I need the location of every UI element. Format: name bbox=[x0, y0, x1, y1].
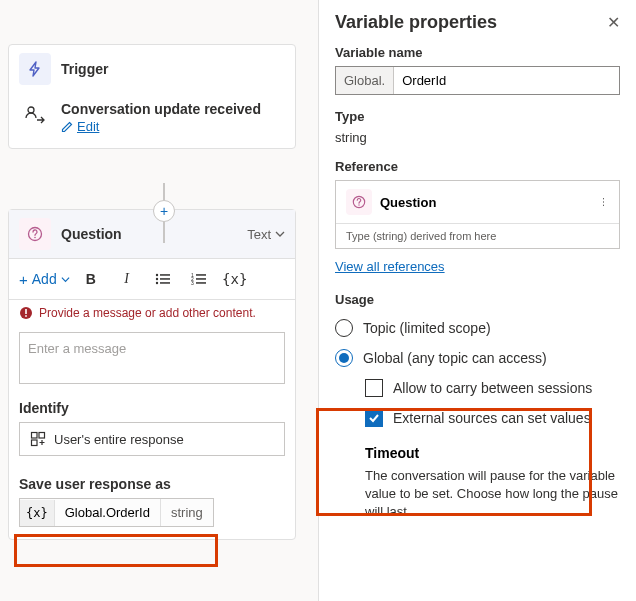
type-label: Type bbox=[335, 109, 620, 124]
variable-insert-button[interactable]: {x} bbox=[220, 265, 250, 293]
svg-rect-10 bbox=[196, 274, 206, 276]
trigger-icon bbox=[19, 53, 51, 85]
type-value: string bbox=[335, 130, 620, 145]
svg-point-22 bbox=[358, 204, 359, 205]
checkbox-checked-icon bbox=[365, 409, 383, 427]
trigger-body: Conversation update received Edit bbox=[9, 93, 295, 148]
variable-name-prefix: Global. bbox=[336, 67, 394, 94]
svg-rect-16 bbox=[25, 309, 27, 314]
reference-title: Question bbox=[380, 195, 436, 210]
close-button[interactable]: ✕ bbox=[607, 13, 620, 32]
svg-text:3: 3 bbox=[191, 280, 194, 286]
reference-label: Reference bbox=[335, 159, 620, 174]
svg-rect-4 bbox=[160, 274, 170, 276]
variable-chip-name: Global.OrderId bbox=[55, 499, 161, 526]
question-header: Question Text bbox=[9, 210, 295, 259]
identify-dropdown[interactable]: User's entire response bbox=[19, 422, 285, 456]
svg-rect-14 bbox=[196, 282, 206, 284]
svg-rect-18 bbox=[32, 433, 38, 439]
error-message: Provide a message or add other content. bbox=[9, 300, 295, 326]
radio-unchecked-icon bbox=[335, 319, 353, 337]
svg-point-7 bbox=[155, 282, 157, 284]
svg-rect-19 bbox=[39, 433, 45, 439]
add-button[interactable]: + Add bbox=[19, 271, 70, 288]
usage-global-radio[interactable]: Global (any topic can access) bbox=[335, 349, 620, 367]
svg-point-3 bbox=[155, 274, 157, 276]
identify-label: Identify bbox=[9, 390, 295, 422]
svg-point-5 bbox=[155, 278, 157, 280]
usage-label: Usage bbox=[335, 292, 620, 307]
trigger-title: Trigger bbox=[61, 61, 108, 77]
variable-chip[interactable]: {x} Global.OrderId string bbox=[19, 498, 214, 527]
question-icon bbox=[346, 189, 372, 215]
trigger-header: Trigger bbox=[9, 45, 295, 93]
svg-rect-6 bbox=[160, 278, 170, 280]
chevron-down-icon bbox=[61, 275, 70, 284]
svg-point-2 bbox=[34, 237, 36, 239]
variable-chip-type: string bbox=[161, 499, 213, 526]
reference-box: Question ⋯ Type (string) derived from he… bbox=[335, 180, 620, 249]
question-title: Question bbox=[61, 226, 122, 242]
reference-menu-button[interactable]: ⋯ bbox=[598, 196, 609, 208]
svg-rect-8 bbox=[160, 282, 170, 284]
pencil-icon bbox=[61, 121, 73, 133]
svg-point-0 bbox=[28, 107, 34, 113]
italic-button[interactable]: I bbox=[112, 265, 142, 293]
usage-topic-radio[interactable]: Topic (limited scope) bbox=[335, 319, 620, 337]
radio-checked-icon bbox=[335, 349, 353, 367]
timeout-text: The conversation will pause for the vari… bbox=[365, 467, 620, 522]
question-icon bbox=[19, 218, 51, 250]
question-card: Question Text + Add B I 123 {x} Pr bbox=[8, 209, 296, 540]
message-input[interactable]: Enter a message bbox=[19, 332, 285, 384]
save-response-label: Save user response as bbox=[9, 466, 295, 498]
svg-rect-20 bbox=[32, 440, 38, 446]
panel-title: Variable properties bbox=[335, 12, 497, 33]
checkbox-unchecked-icon bbox=[365, 379, 383, 397]
conversation-icon bbox=[19, 101, 51, 125]
carry-between-sessions-checkbox[interactable]: Allow to carry between sessions bbox=[365, 379, 620, 397]
variable-icon: {x} bbox=[20, 500, 55, 526]
variable-name-input[interactable] bbox=[394, 67, 619, 94]
question-type-dropdown[interactable]: Text bbox=[247, 227, 285, 242]
svg-rect-17 bbox=[25, 315, 27, 317]
bold-button[interactable]: B bbox=[76, 265, 106, 293]
view-all-references-link[interactable]: View all references bbox=[335, 259, 445, 274]
bullet-list-button[interactable] bbox=[148, 265, 178, 293]
external-sources-checkbox[interactable]: External sources can set values bbox=[365, 409, 620, 427]
variable-name-label: Variable name bbox=[335, 45, 620, 60]
reference-subtext: Type (string) derived from here bbox=[336, 223, 619, 248]
numbered-list-button[interactable]: 123 bbox=[184, 265, 214, 293]
edit-link[interactable]: Edit bbox=[61, 119, 261, 134]
entity-icon bbox=[30, 431, 46, 447]
svg-rect-12 bbox=[196, 278, 206, 280]
add-node-button[interactable]: + bbox=[153, 200, 175, 222]
variable-properties-panel: Variable properties ✕ Variable name Glob… bbox=[318, 0, 636, 601]
question-toolbar: + Add B I 123 {x} bbox=[9, 259, 295, 300]
variable-name-field: Global. bbox=[335, 66, 620, 95]
conversation-update-title: Conversation update received bbox=[61, 101, 261, 117]
chevron-down-icon bbox=[275, 229, 285, 239]
trigger-card: Trigger Conversation update received Edi… bbox=[8, 44, 296, 149]
error-icon bbox=[19, 306, 33, 320]
timeout-title: Timeout bbox=[365, 445, 620, 461]
